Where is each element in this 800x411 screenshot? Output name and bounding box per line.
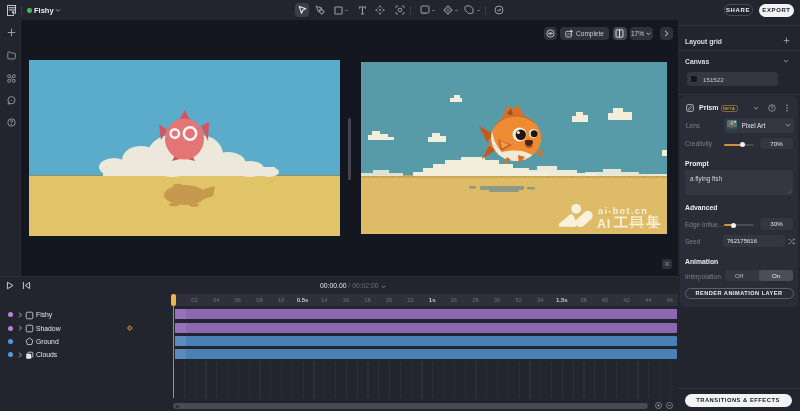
svg-text:AI: AI [597,217,611,231]
svg-text:ai-bot.cn: ai-bot.cn [598,206,648,216]
